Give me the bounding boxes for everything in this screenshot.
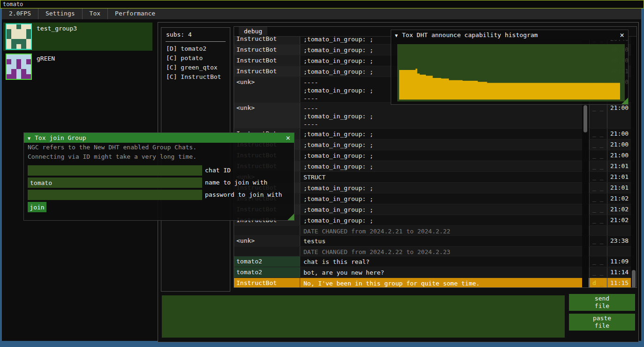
chat-message-text: chat is this real? xyxy=(300,256,582,267)
chat-status-flags: _ _ xyxy=(589,256,607,267)
chat-id-input[interactable] xyxy=(28,165,202,176)
chat-message-text: ----;tomato_in_group: ;---- xyxy=(300,103,582,128)
chat-status-flags xyxy=(589,226,607,235)
chat-row[interactable]: tomato2bot, are you new here?_ _11:14 xyxy=(234,267,636,278)
chat-message-text: ;tomato_in_group: ; xyxy=(300,129,582,139)
chat-status-flags: _ _ xyxy=(589,139,607,150)
join-description-line1: NGC refers to the New DHT enabled Group … xyxy=(28,143,294,152)
menu-item-performance[interactable]: Performance xyxy=(108,8,162,19)
menu-bar: 2.0FPSSettingsToxPerformance xyxy=(2,8,641,19)
chat-scrollbar[interactable] xyxy=(631,37,636,288)
join-button[interactable]: join xyxy=(28,202,46,212)
wm-title: tomato xyxy=(3,1,23,8)
member-item-instructbot[interactable]: [C] InstructBot xyxy=(161,72,230,82)
resize-grip-icon[interactable] xyxy=(621,98,628,104)
chat-timestamp: 21:02 xyxy=(607,193,629,204)
send-file-button[interactable]: send file xyxy=(569,294,635,311)
name-to-join-with-input[interactable] xyxy=(28,177,202,188)
chat-timestamp xyxy=(607,226,629,235)
chat-sender-name: InstructBot xyxy=(234,66,300,77)
join-group-window: ▼Tox join Group × NGC refers to the New … xyxy=(23,132,295,221)
chat-status-flags: _ _ xyxy=(589,150,607,161)
dht-histogram-title: Tox DHT announce capability histogram xyxy=(402,31,538,39)
chat-timestamp: 21:02 xyxy=(607,215,629,225)
chat-timestamp: 11:15 xyxy=(607,278,629,288)
sidebar-item-test-group3[interactable]: test_group3 xyxy=(3,23,152,51)
chat-message-text: testus xyxy=(300,236,582,246)
chat-id-label: chat ID xyxy=(205,165,231,176)
group-name-label: gREEN xyxy=(37,55,55,62)
chat-timestamp: 21:02 xyxy=(607,204,629,215)
chat-sender-name: InstructBot xyxy=(234,278,300,288)
chat-sender-name: InstructBot xyxy=(234,37,300,44)
password-to-join-with-label: password to join with xyxy=(205,190,282,200)
chat-row[interactable]: tomato2chat is this real?_ _11:09 xyxy=(234,256,636,267)
wm-border-right xyxy=(641,8,644,347)
chat-row[interactable]: <unk>----;tomato_in_group: ;----_ _21:00 xyxy=(234,103,636,129)
sidebar-item-green[interactable]: gREEN xyxy=(3,53,152,81)
chat-status-flags: _ _ xyxy=(589,129,607,139)
chat-timestamp: 21:01 xyxy=(607,183,629,193)
chat-message-text: DATE CHANGED from 2024.2.22 to 2024.2.23 xyxy=(300,247,582,256)
collapse-icon[interactable]: ▼ xyxy=(395,33,398,38)
tab-debug[interactable]: debug xyxy=(239,27,267,36)
chat-system-row[interactable]: DATE CHANGED from 2024.2.21 to 2024.2.22 xyxy=(234,226,636,236)
chat-message-text: ;tomato_in_group: ; xyxy=(300,204,582,215)
chat-row[interactable]: InstructBotNo, I've been in this group f… xyxy=(234,278,636,288)
wm-titlebar[interactable]: tomato xyxy=(0,0,644,8)
password-to-join-with-input[interactable] xyxy=(28,190,202,200)
member-list: [D] tomato2[C] potato[C] green_qtox[C] I… xyxy=(161,44,230,82)
chat-timestamp: 21:00 xyxy=(607,103,629,128)
menu-item-2-0fps: 2.0FPS xyxy=(2,8,38,19)
chat-sender-name: InstructBot xyxy=(234,55,300,66)
close-icon[interactable]: × xyxy=(286,133,290,142)
join-group-title: Tox join Group xyxy=(35,134,86,141)
subs-count-label: subs: 4 xyxy=(161,28,230,38)
join-field-row: name to join with xyxy=(28,177,267,188)
chat-timestamp: 21:00 xyxy=(607,139,629,150)
chat-timestamp: 21:01 xyxy=(607,172,629,182)
chat-status-flags: _ _ xyxy=(589,215,607,225)
join-group-titlebar[interactable]: ▼Tox join Group × xyxy=(24,133,294,143)
chat-system-row[interactable]: DATE CHANGED from 2024.2.22 to 2024.2.23 xyxy=(234,247,636,256)
chat-timestamp: 21:00 xyxy=(607,150,629,161)
dht-histogram-titlebar[interactable]: ▼Tox DHT announce capability histogram × xyxy=(391,30,628,40)
chat-status-flags: _ _ xyxy=(589,236,607,246)
chat-sender-name: <unk> xyxy=(234,77,300,102)
menu-item-tox[interactable]: Tox xyxy=(83,8,108,19)
chat-message-text: ;tomato_in_group: ; xyxy=(300,183,582,193)
chat-status-flags: d _ xyxy=(589,278,607,288)
chat-message-text: DATE CHANGED from 2024.2.21 to 2024.2.22 xyxy=(300,226,582,235)
join-field-row: chat ID xyxy=(28,165,231,176)
member-item-tomato2[interactable]: [D] tomato2 xyxy=(161,44,230,54)
join-field-row: password to join with xyxy=(28,190,282,200)
chat-message-text: No, I've been in this group for quite so… xyxy=(300,278,582,288)
chat-timestamp: 23:38 xyxy=(607,236,629,246)
collapse-icon[interactable]: ▼ xyxy=(28,136,30,141)
chat-scrollbar-thumb[interactable] xyxy=(632,270,636,288)
member-item-green-qtox[interactable]: [C] green_qtox xyxy=(161,63,230,72)
paste-file-button[interactable]: paste file xyxy=(569,314,635,331)
chat-sender-name xyxy=(234,226,300,235)
menu-item-settings[interactable]: Settings xyxy=(38,8,83,19)
resize-grip-icon[interactable] xyxy=(288,214,294,220)
name-to-join-with-label: name to join with xyxy=(205,177,267,188)
app-screen: tomato 2.0FPSSettingsToxPerformance test… xyxy=(0,0,644,347)
chat-timestamp: 21:01 xyxy=(607,161,629,171)
chat-message-text: STRUCT xyxy=(300,172,582,182)
chat-message-text: ;tomato_in_group: ; xyxy=(300,139,582,150)
message-input[interactable] xyxy=(162,295,565,338)
chat-inner-scrollbar-thumb[interactable] xyxy=(583,105,587,132)
chat-sender-name: tomato2 xyxy=(234,256,300,267)
subs-separator xyxy=(166,41,226,42)
chat-message-text: ;tomato_in_group: ; xyxy=(300,161,582,171)
chat-sender-name: <unk> xyxy=(234,236,300,246)
chat-sender-name: <unk> xyxy=(234,103,300,128)
chat-status-flags: _ _ xyxy=(589,183,607,193)
chat-row[interactable]: <unk>testus_ _23:38 xyxy=(234,236,636,247)
close-icon[interactable]: × xyxy=(620,31,624,39)
dht-histogram-plot xyxy=(397,44,625,101)
member-item-potato[interactable]: [C] potato xyxy=(161,54,230,63)
chat-timestamp: 11:14 xyxy=(607,267,629,278)
chat-timestamp xyxy=(607,247,629,256)
